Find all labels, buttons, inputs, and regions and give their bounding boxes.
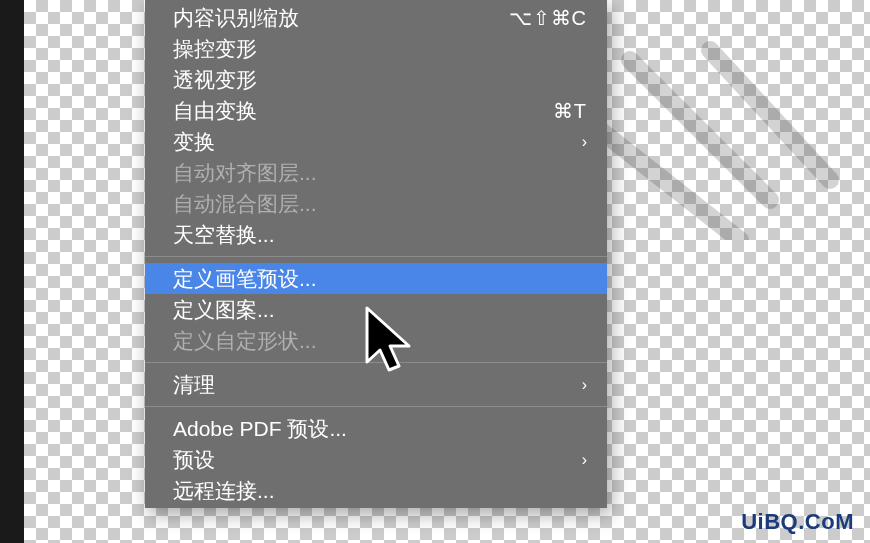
menu-label: 预设 bbox=[173, 446, 582, 474]
chevron-right-icon: › bbox=[582, 133, 587, 151]
menu-label: 自动对齐图层... bbox=[173, 159, 587, 187]
menu-shortcut: ⌘T bbox=[553, 99, 587, 123]
menu-shortcut: ⌥⇧⌘C bbox=[509, 6, 587, 30]
chevron-right-icon: › bbox=[582, 451, 587, 469]
chevron-right-icon: › bbox=[582, 376, 587, 394]
menu-label: 天空替换... bbox=[173, 221, 587, 249]
menu-label: 定义画笔预设... bbox=[173, 265, 587, 293]
menu-item-auto-align-layers: 自动对齐图层... bbox=[145, 157, 607, 188]
menu-label: 操控变形 bbox=[173, 35, 587, 63]
menu-label: 变换 bbox=[173, 128, 582, 156]
menu-item-auto-blend-layers: 自动混合图层... bbox=[145, 188, 607, 219]
menu-item-transform[interactable]: 变换 › bbox=[145, 126, 607, 157]
canvas-left-border bbox=[0, 0, 24, 543]
menu-label: 定义图案... bbox=[173, 296, 587, 324]
menu-label: 清理 bbox=[173, 371, 582, 399]
menu-item-define-pattern[interactable]: 定义图案... bbox=[145, 294, 607, 325]
menu-item-perspective-warp[interactable]: 透视变形 bbox=[145, 64, 607, 95]
menu-label: 自由变换 bbox=[173, 97, 553, 125]
menu-item-adobe-pdf-presets[interactable]: Adobe PDF 预设... bbox=[145, 413, 607, 444]
menu-item-define-custom-shape: 定义自定形状... bbox=[145, 325, 607, 356]
menu-label: 内容识别缩放 bbox=[173, 4, 509, 32]
menu-separator bbox=[145, 406, 607, 407]
menu-label: 自动混合图层... bbox=[173, 190, 587, 218]
bottom-watermark: UiBQ.CoM bbox=[741, 509, 854, 535]
menu-label: 透视变形 bbox=[173, 66, 587, 94]
menu-item-content-aware-scale[interactable]: 内容识别缩放 ⌥⇧⌘C bbox=[145, 2, 607, 33]
menu-separator bbox=[145, 362, 607, 363]
menu-label: 远程连接... bbox=[173, 477, 587, 505]
menu-label: Adobe PDF 预设... bbox=[173, 415, 587, 443]
menu-item-presets[interactable]: 预设 › bbox=[145, 444, 607, 475]
menu-item-sky-replacement[interactable]: 天空替换... bbox=[145, 219, 607, 250]
menu-item-purge[interactable]: 清理 › bbox=[145, 369, 607, 400]
menu-item-define-brush-preset[interactable]: 定义画笔预设... bbox=[145, 263, 607, 294]
menu-label: 定义自定形状... bbox=[173, 327, 587, 355]
menu-item-remote-connections[interactable]: 远程连接... bbox=[145, 475, 607, 506]
edit-menu-dropdown: 内容识别缩放 ⌥⇧⌘C 操控变形 透视变形 自由变换 ⌘T 变换 › 自动对齐图… bbox=[145, 0, 607, 508]
menu-item-puppet-warp[interactable]: 操控变形 bbox=[145, 33, 607, 64]
menu-separator bbox=[145, 256, 607, 257]
menu-item-free-transform[interactable]: 自由变换 ⌘T bbox=[145, 95, 607, 126]
